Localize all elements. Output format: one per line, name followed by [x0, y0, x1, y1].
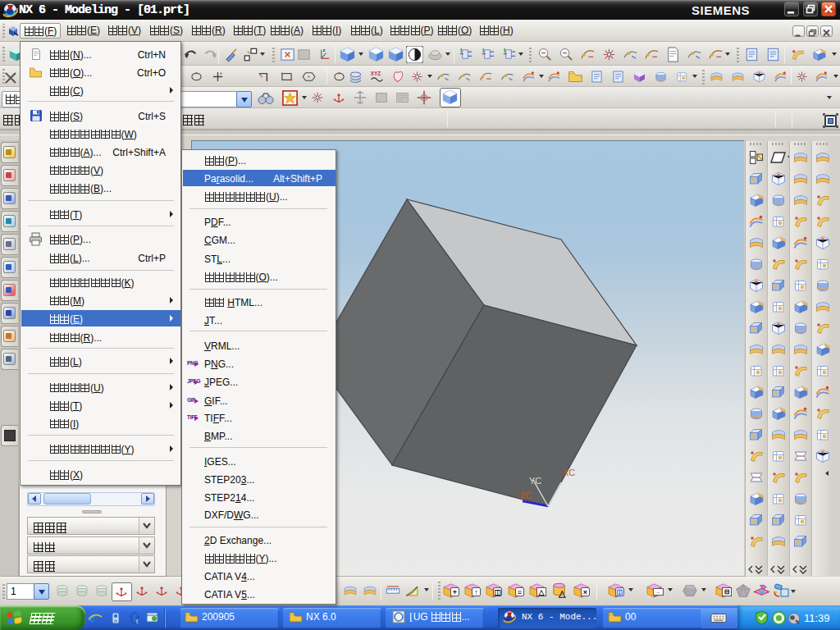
svg-text:ZC: ZC [520, 491, 532, 500]
svg-text:YC: YC [529, 476, 541, 486]
svg-text:XC: XC [563, 468, 575, 477]
svg-text:t: t [136, 619, 138, 624]
